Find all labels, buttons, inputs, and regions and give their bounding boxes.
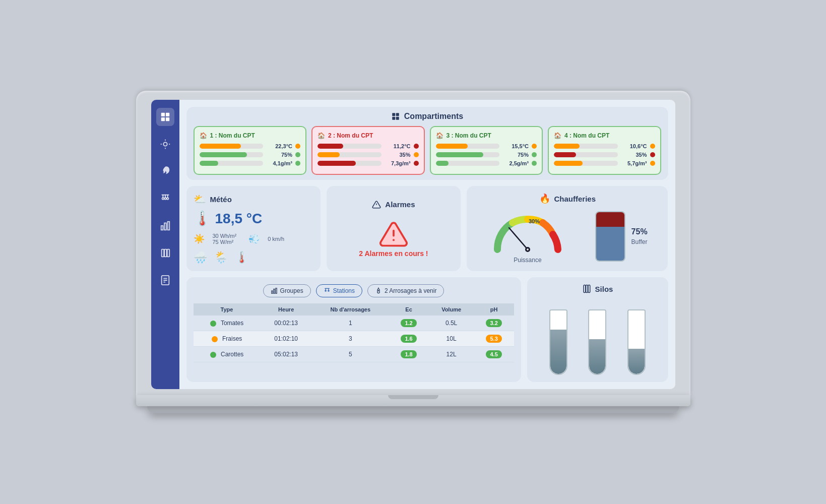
col-volume: Volume [428, 303, 474, 316]
ec-badge-3: 1.8 [401, 350, 416, 358]
compartments-section: Compartiments 🏠 1 : Nom du CPT [186, 107, 668, 180]
svg-point-6 [164, 198, 166, 200]
cell-volume-3: 12L [428, 347, 474, 362]
compartments-grid: 🏠 1 : Nom du CPT 22,3°C [194, 126, 661, 175]
cell-ph-1: 3.2 [474, 316, 514, 331]
svg-rect-35 [271, 291, 272, 293]
cell-type-3: Carottes [194, 347, 261, 362]
sidebar-item-weather[interactable] [156, 135, 174, 153]
thermometer-icon: 🌡️ [194, 210, 211, 227]
compartment-2-co2-row: 7,3g/m³ [317, 160, 419, 166]
wind-icon: 💨 [248, 233, 260, 244]
sidebar-item-analytics[interactable] [156, 217, 174, 235]
co2-dot-2 [414, 161, 419, 166]
svg-rect-46 [588, 285, 590, 293]
temp-fill-4 [554, 144, 580, 149]
temp-fill-3 [436, 144, 468, 149]
hum-dot-1 [295, 152, 300, 157]
meteo-forecast-icons: 🌧️ 🌦️ 🌡️ [194, 251, 313, 264]
svg-point-4 [163, 142, 167, 146]
sidebar-item-compartments[interactable] [156, 108, 174, 126]
laptop-hinge [388, 395, 438, 399]
gauge-container: 30% Puissance [487, 209, 568, 264]
compartment-3-header: 🏠 3 : Nom du CPT [436, 132, 537, 139]
table-row: Fraises 01:02:10 3 1.6 10L 5.3 [194, 331, 514, 347]
svg-rect-25 [396, 117, 399, 120]
co2-fill-1 [200, 161, 219, 166]
compartments-title: Compartiments [194, 112, 661, 121]
svg-rect-3 [165, 117, 169, 121]
table-row: Tomates 00:02:13 1 1.2 0.5L 3.2 [194, 316, 514, 331]
silo-tube-3 [627, 309, 646, 375]
compartment-card-4[interactable]: 🏠 4 : Nom du CPT 10,6°C [548, 126, 661, 175]
compartment-icon-1: 🏠 [200, 132, 207, 139]
co2-dot-1 [295, 161, 300, 166]
meteo-title: ⛅ Météo [194, 193, 313, 205]
alarm-warning-icon [376, 219, 411, 249]
cell-nb-2: 3 [312, 331, 389, 347]
compartment-card-1[interactable]: 🏠 1 : Nom du CPT 22,3°C [194, 126, 307, 175]
sidebar-item-silos[interactable] [156, 244, 174, 262]
svg-point-29 [393, 239, 395, 241]
svg-point-43 [377, 291, 380, 293]
temp-bar-3 [436, 144, 500, 149]
cell-heure-1: 00:02:13 [261, 316, 312, 331]
table-row: Carottes 05:02:13 5 1.8 12L 4.5 [194, 347, 514, 362]
row-1-dot [210, 321, 216, 327]
compartment-1-co2-row: 4,1g/m³ [200, 160, 301, 166]
temp-bar-4 [554, 144, 618, 149]
tab-stations[interactable]: Stations [316, 284, 362, 297]
chaufferies-content: 30% Puissance [474, 209, 661, 264]
sun-cloud-icon: ⛅ [194, 193, 206, 205]
alarm-title: Alarmes [372, 200, 415, 209]
sidebar-item-irrigation[interactable] [156, 190, 174, 208]
temp-dot-3 [532, 144, 537, 149]
alarm-message: 2 Alarmes en cours ! [359, 249, 428, 258]
row-3-dot [210, 352, 216, 358]
co2-fill-3 [436, 161, 449, 166]
hum-bar-2 [317, 152, 382, 157]
sidebar-item-reports[interactable] [156, 271, 174, 289]
laptop-foot [147, 406, 679, 413]
compartment-1-header: 🏠 1 : Nom du CPT [200, 132, 301, 139]
temp-dot-1 [295, 144, 300, 149]
buffer-area: 75% Buffer [595, 211, 648, 262]
sidebar-item-chaufferies[interactable] [156, 162, 174, 180]
co2-bar-4 [554, 161, 618, 166]
meteo-details: ☀️ 30 Wh/m² 75 W/m² 💨 0 km/h [194, 233, 313, 245]
svg-line-31 [509, 228, 528, 249]
buffer-percent: 75% [631, 227, 648, 236]
tab-groupes[interactable]: Groupes [263, 284, 311, 297]
compartment-4-co2-row: 5,7g/m³ [554, 160, 655, 166]
silos-card: Silos [527, 277, 668, 382]
compartment-4-hum-row: 35% [554, 152, 655, 158]
compartment-card-3[interactable]: 🏠 3 : Nom du CPT 15,5°C [430, 126, 543, 175]
meteo-card: ⛅ Météo 🌡️ 18,5 °C ☀️ 30 Wh/m² 75 W/m² [186, 186, 321, 271]
svg-rect-16 [164, 249, 167, 257]
temp-bar-2 [317, 144, 382, 149]
svg-point-5 [162, 198, 164, 200]
hum-fill-2 [317, 152, 340, 157]
temp-fill-2 [317, 144, 343, 149]
chaufferies-card: 🔥 Chaufferies [467, 186, 668, 271]
compartment-4-temp-row: 10,6°C [554, 143, 655, 149]
svg-rect-1 [165, 113, 169, 116]
tab-arrosages[interactable]: 2 Arrosages à venir [367, 284, 444, 297]
hum-fill-1 [200, 152, 247, 157]
svg-rect-0 [161, 113, 164, 116]
silo-tube-1 [549, 309, 567, 375]
compartment-card-2[interactable]: 🏠 2 : Nom du CPT 11,2°C [311, 126, 425, 175]
hum-dot-4 [650, 152, 655, 157]
temp-bar-1 [200, 144, 264, 149]
silo-fill-2 [589, 339, 605, 374]
cell-ph-3: 4.5 [474, 347, 514, 362]
ph-badge-2: 5.3 [486, 335, 501, 343]
irrigation-tabs: Groupes Stations 2 Arrosages à venir [194, 284, 514, 297]
co2-bar-2 [317, 161, 382, 166]
alarm-card: Alarmes 2 Alarmes en cours ! [327, 186, 461, 271]
main-content: Compartiments 🏠 1 : Nom du CPT [179, 100, 675, 389]
sidebar [151, 100, 179, 389]
irrigation-table: Type Heure Nb d'arrosages Ec Volume pH [194, 303, 514, 362]
rain-icon: 🌧️ [194, 251, 207, 264]
col-type: Type [194, 303, 261, 316]
